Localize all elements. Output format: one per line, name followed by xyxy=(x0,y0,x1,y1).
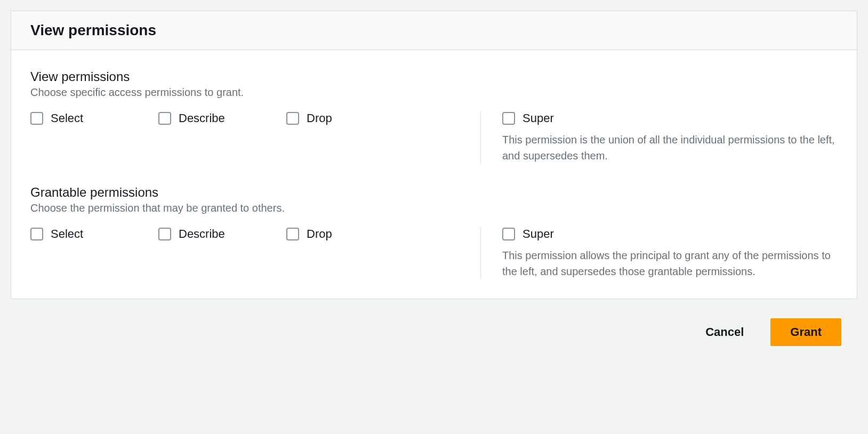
footer: Cancel Grant xyxy=(11,318,857,346)
permission-item-select: Select xyxy=(30,227,158,241)
permission-item-select: Select xyxy=(30,111,158,125)
panel-title: View permissions xyxy=(30,22,838,39)
checkbox-view-drop[interactable] xyxy=(286,112,299,125)
permission-row: Select Describe Drop Super xyxy=(30,227,838,279)
permission-left-group: Select Describe Drop xyxy=(30,227,480,241)
section-description: Choose specific access permissions to gr… xyxy=(30,86,838,99)
checkbox-grantable-drop[interactable] xyxy=(286,228,299,240)
checkbox-view-super[interactable] xyxy=(502,112,515,125)
checkbox-label[interactable]: Select xyxy=(51,111,83,125)
permission-item-describe: Describe xyxy=(158,227,286,241)
checkbox-label[interactable]: Super xyxy=(523,111,554,125)
checkbox-label[interactable]: Describe xyxy=(179,111,225,125)
permission-super-group: Super This permission allows the princip… xyxy=(480,227,838,279)
checkbox-label[interactable]: Drop xyxy=(307,227,332,241)
permission-item-super: Super xyxy=(502,111,838,125)
super-description: This permission is the union of all the … xyxy=(502,132,838,164)
permission-super-group: Super This permission is the union of al… xyxy=(480,111,838,164)
permission-item-describe: Describe xyxy=(158,111,286,125)
checkbox-grantable-describe[interactable] xyxy=(158,228,171,240)
section-title: Grantable permissions xyxy=(30,185,838,200)
checkbox-view-select[interactable] xyxy=(30,112,43,125)
panel-header: View permissions xyxy=(11,11,857,50)
permission-item-super: Super xyxy=(502,227,838,241)
view-permissions-section: View permissions Choose specific access … xyxy=(30,69,838,164)
permission-item-drop: Drop xyxy=(286,227,414,241)
checkbox-label[interactable]: Super xyxy=(523,227,554,241)
checkbox-label[interactable]: Drop xyxy=(307,111,332,125)
checkbox-view-describe[interactable] xyxy=(158,112,171,125)
section-title: View permissions xyxy=(30,69,838,84)
section-description: Choose the permission that may be grante… xyxy=(30,202,838,214)
checkbox-grantable-super[interactable] xyxy=(502,228,515,240)
permissions-panel: View permissions View permissions Choose… xyxy=(11,11,857,299)
cancel-button[interactable]: Cancel xyxy=(695,320,754,344)
checkbox-grantable-select[interactable] xyxy=(30,228,43,240)
grantable-permissions-section: Grantable permissions Choose the permiss… xyxy=(30,185,838,279)
checkbox-label[interactable]: Describe xyxy=(179,227,225,241)
panel-body: View permissions Choose specific access … xyxy=(11,50,857,299)
grant-button[interactable]: Grant xyxy=(770,318,841,346)
permission-item-drop: Drop xyxy=(286,111,414,125)
permission-left-group: Select Describe Drop xyxy=(30,111,480,125)
permission-row: Select Describe Drop Super xyxy=(30,111,838,164)
super-description: This permission allows the principal to … xyxy=(502,247,838,279)
checkbox-label[interactable]: Select xyxy=(51,227,83,241)
